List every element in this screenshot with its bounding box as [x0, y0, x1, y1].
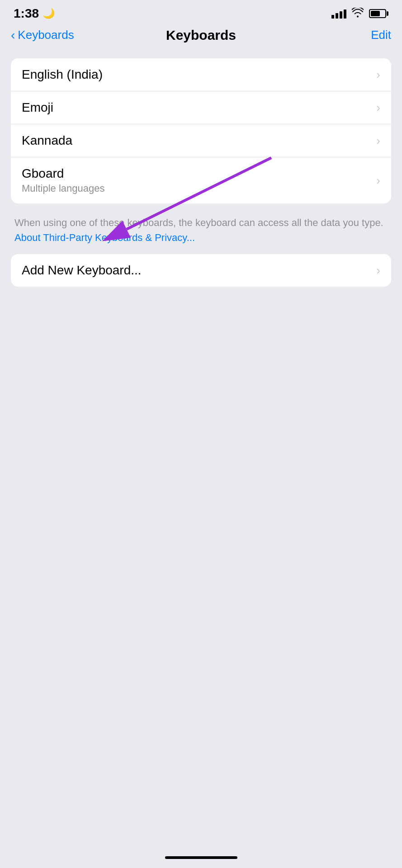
status-bar: 1:38 🌙 — [0, 0, 402, 24]
privacy-link[interactable]: About Third-Party Keyboards & Privacy... — [14, 232, 195, 243]
keyboard-item-title: English (India) — [22, 67, 103, 82]
page-title: Keyboards — [166, 28, 236, 43]
add-keyboard-group: Add New Keyboard... › — [11, 254, 391, 287]
home-indicator — [165, 856, 237, 859]
nav-back-label[interactable]: Keyboards — [18, 28, 74, 42]
status-time: 1:38 🌙 — [14, 6, 55, 21]
footer-note-text: When using one of these keyboards, the k… — [14, 217, 383, 228]
keyboard-item-kannada[interactable]: Kannada › — [11, 124, 391, 157]
keyboard-item-english[interactable]: English (India) › — [11, 58, 391, 91]
keyboard-item-emoji[interactable]: Emoji › — [11, 91, 391, 124]
add-keyboard-label: Add New Keyboard... — [22, 263, 142, 278]
chevron-right-icon: › — [376, 134, 380, 148]
chevron-right-icon: › — [376, 174, 380, 188]
wifi-icon — [352, 8, 364, 20]
keyboard-item-title: Emoji — [22, 100, 53, 115]
keyboard-item-subtitle: Multiple languages — [22, 183, 104, 194]
chevron-left-icon: ‹ — [11, 29, 15, 42]
keyboard-item-gboard[interactable]: Gboard Multiple languages › — [11, 157, 391, 203]
nav-bar: ‹ Keyboards Keyboards Edit — [0, 24, 402, 49]
signal-icon — [331, 9, 346, 19]
status-icons — [331, 8, 388, 20]
keyboard-item-title: Gboard — [22, 166, 104, 181]
keyboard-list: English (India) › Emoji › Kannada › Gboa… — [11, 58, 391, 203]
nav-back-button[interactable]: ‹ Keyboards — [11, 28, 74, 42]
battery-icon — [369, 9, 388, 18]
keyboard-item-title: Kannada — [22, 133, 72, 148]
add-keyboard-button[interactable]: Add New Keyboard... › — [11, 254, 391, 287]
edit-button[interactable]: Edit — [371, 28, 391, 42]
chevron-right-icon: › — [376, 264, 380, 278]
time-label: 1:38 — [14, 6, 39, 21]
moon-icon: 🌙 — [43, 8, 55, 19]
footer-note: When using one of these keyboards, the k… — [11, 211, 391, 254]
main-content: English (India) › Emoji › Kannada › Gboa… — [0, 49, 402, 287]
chevron-right-icon: › — [376, 68, 380, 82]
chevron-right-icon: › — [376, 101, 380, 115]
